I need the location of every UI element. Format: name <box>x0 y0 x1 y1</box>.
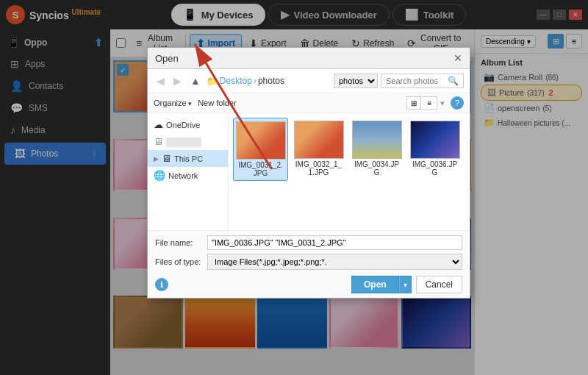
breadcrumb-sep: › <box>254 76 257 86</box>
file-thumb[interactable]: IMG_0034.JPG <box>349 118 404 181</box>
dialog-info-icon: ℹ <box>155 278 168 291</box>
forward-button[interactable]: ▶ <box>171 74 184 88</box>
new-folder-button[interactable]: New folder <box>198 99 237 107</box>
dialog-footer: File name: Files of type: Image Files(*.… <box>148 231 470 298</box>
filename-row: File name: <box>155 235 462 250</box>
dialog-nav: ◀ ▶ ▲ 📁 Desktop › photos photos 🔍 <box>148 69 470 93</box>
open-button[interactable]: Open <box>351 276 399 293</box>
tree-onedrive[interactable]: ☁ OneDrive <box>148 116 228 133</box>
dialog-titlebar: Open ✕ <box>148 48 470 69</box>
file-thumb[interactable]: IMG_0032_1_1.JPG <box>291 118 346 181</box>
file-name-label: IMG_0034.JPG <box>352 160 401 176</box>
dialog-body: ☁ OneDrive 🖥 ▓▓▓▓▓▓ ▶ 🖥 This PC 🌐 N <box>148 113 470 231</box>
tree-this-pc[interactable]: ▶ 🖥 This PC <box>148 150 228 167</box>
file-open-dialog: Open ✕ ◀ ▶ ▲ 📁 Desktop › photos photos <box>147 47 470 299</box>
dialog-close-button[interactable]: ✕ <box>453 52 462 64</box>
file-name-label: IMG_0036.JPG <box>410 160 459 176</box>
file-image <box>410 121 460 159</box>
filename-label: File name: <box>155 238 203 247</box>
breadcrumb-separator: 📁 <box>207 76 218 87</box>
dialog-title: Open <box>155 53 179 64</box>
tree-panel: ☁ OneDrive 🖥 ▓▓▓▓▓▓ ▶ 🖥 This PC 🌐 N <box>148 113 229 230</box>
file-image <box>294 121 344 159</box>
tree-network-label: Network <box>168 171 198 180</box>
cancel-button[interactable]: Cancel <box>416 276 462 293</box>
pc-icon: 🖥 <box>162 153 171 164</box>
file-name-label: IMG_0032_1_1.JPG <box>294 160 343 176</box>
view-details-button[interactable]: ≡ <box>423 96 437 110</box>
filetype-row: Files of type: Image Files(*.jpg;*.jpeg;… <box>155 254 462 270</box>
open-dropdown-button[interactable]: ▾ <box>399 276 412 293</box>
expand-icon: ▶ <box>154 155 159 162</box>
dialog-toolbar: Organize New folder ⊞ ≡ ▾ ? <box>148 93 470 113</box>
filetype-select[interactable]: Image Files(*.jpg;*.jpeg;*.png;*. <box>207 254 462 270</box>
cloud-icon: 🖥 <box>154 136 163 147</box>
tree-onedrive-label: OneDrive <box>166 121 200 129</box>
back-button[interactable]: ◀ <box>154 74 168 88</box>
open-btn-group: Open ▾ <box>351 276 412 293</box>
filetype-label: Files of type: <box>155 257 203 266</box>
files-panel: IMG_0031_2.JPGIMG_0032_1_1.JPGIMG_0034.J… <box>229 113 470 230</box>
tree-cloud-label: ▓▓▓▓▓▓ <box>166 138 201 146</box>
search-input[interactable] <box>386 76 445 85</box>
tree-this-pc-label: This PC <box>174 154 203 163</box>
view-group: ⊞ ≡ ▾ <box>406 96 445 110</box>
search-box: 🔍 <box>381 74 464 88</box>
tree-cloud[interactable]: 🖥 ▓▓▓▓▓▓ <box>148 133 228 150</box>
file-image <box>352 121 402 159</box>
help-button[interactable]: ? <box>451 96 464 110</box>
view-thumbs-button[interactable]: ⊞ <box>406 96 421 110</box>
breadcrumb: 📁 Desktop › photos <box>207 76 331 87</box>
folder-dropdown[interactable]: photos <box>334 74 378 88</box>
app-window: S Syncios Ultimate 📱 My Devices ▶ Video … <box>0 0 588 375</box>
file-thumb[interactable]: IMG_0031_2.JPG <box>233 118 288 181</box>
organize-button[interactable]: Organize <box>154 99 192 107</box>
breadcrumb-photos[interactable]: photos <box>258 76 284 86</box>
view-more-icon: ▾ <box>440 99 445 108</box>
file-name-label: IMG_0031_2.JPG <box>237 161 284 177</box>
file-open-dialog-overlay: Open ✕ ◀ ▶ ▲ 📁 Desktop › photos photos <box>0 0 588 375</box>
breadcrumb-desktop[interactable]: Desktop <box>220 76 252 86</box>
file-image <box>236 121 286 160</box>
filename-input[interactable] <box>207 235 462 250</box>
onedrive-icon: ☁ <box>154 119 163 130</box>
file-thumb[interactable]: IMG_0036.JPG <box>407 118 462 181</box>
search-icon: 🔍 <box>448 76 459 86</box>
dialog-actions: ℹ Open ▾ Cancel <box>155 276 462 293</box>
tree-network[interactable]: 🌐 Network <box>148 167 228 184</box>
network-icon: 🌐 <box>154 170 165 181</box>
up-button[interactable]: ▲ <box>187 74 204 88</box>
